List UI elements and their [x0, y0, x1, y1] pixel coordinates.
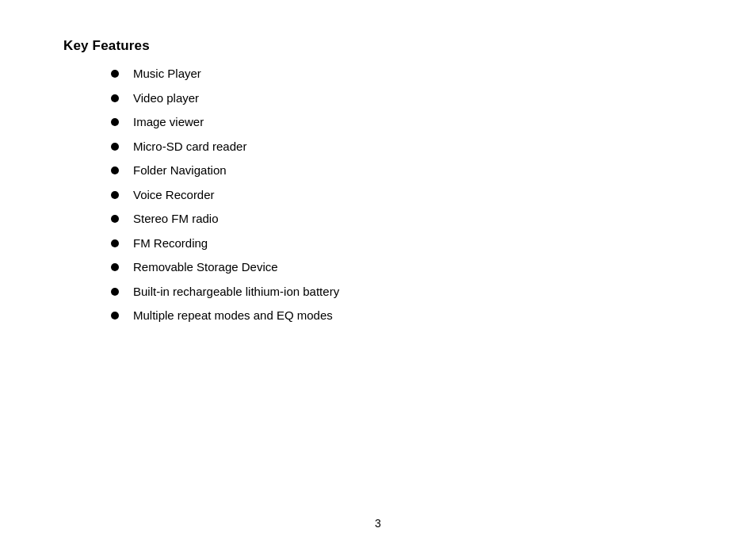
list-item: Folder Navigation	[111, 162, 693, 180]
bullet-icon	[111, 118, 119, 126]
bullet-icon	[111, 191, 119, 199]
list-item: Removable Storage Device	[111, 258, 693, 277]
bullet-icon	[111, 94, 119, 102]
list-item: FM Recording	[111, 235, 693, 253]
list-item: Image viewer	[111, 113, 693, 132]
feature-text: Video player	[133, 90, 199, 108]
feature-text: Multiple repeat modes and EQ modes	[133, 307, 333, 325]
bullet-icon	[111, 143, 119, 151]
bullet-icon	[111, 288, 119, 296]
feature-text: Music Player	[133, 65, 201, 83]
list-item: Video player	[111, 90, 693, 108]
feature-text: Micro-SD card reader	[133, 138, 246, 156]
bullet-icon	[111, 166, 119, 174]
bullet-icon	[111, 263, 119, 271]
features-list: Music PlayerVideo playerImage viewerMicr…	[111, 65, 693, 325]
bullet-icon	[111, 239, 119, 247]
feature-text: Folder Navigation	[133, 162, 227, 180]
feature-text: Stereo FM radio	[133, 210, 219, 228]
bullet-icon	[111, 70, 119, 78]
bullet-icon	[111, 312, 119, 320]
list-item: Micro-SD card reader	[111, 138, 693, 156]
list-item: Voice Recorder	[111, 186, 693, 205]
feature-text: Voice Recorder	[133, 186, 215, 205]
list-item: Multiple repeat modes and EQ modes	[111, 307, 693, 325]
feature-text: Removable Storage Device	[133, 258, 278, 277]
section-title: Key Features	[63, 38, 693, 54]
list-item: Built-in rechargeable lithium-ion batter…	[111, 283, 693, 301]
feature-text: FM Recording	[133, 235, 208, 253]
feature-text: Image viewer	[133, 113, 204, 132]
feature-text: Built-in rechargeable lithium-ion batter…	[133, 283, 339, 301]
list-item: Stereo FM radio	[111, 210, 693, 228]
page-container: Key Features Music PlayerVideo playerIma…	[0, 0, 756, 555]
bullet-icon	[111, 215, 119, 223]
page-number: 3	[375, 517, 381, 530]
list-item: Music Player	[111, 65, 693, 83]
